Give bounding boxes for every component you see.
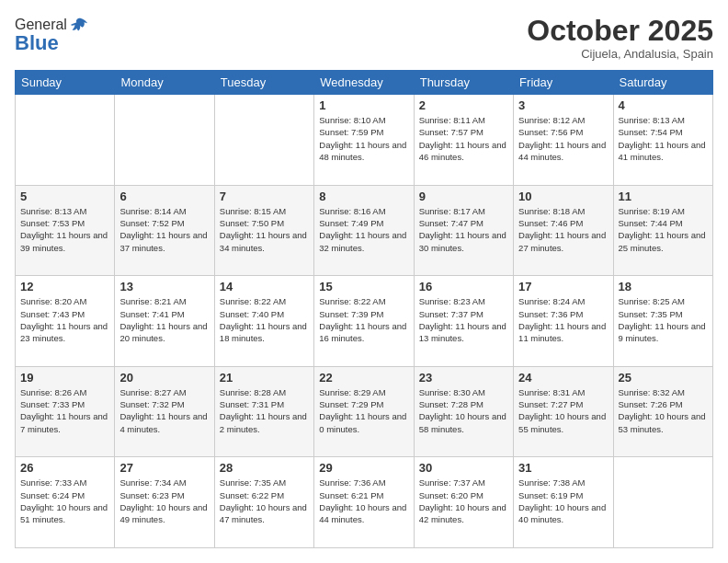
day-number-31: 31: [518, 461, 608, 475]
day-info-23: Sunrise: 8:30 AM Sunset: 7:28 PM Dayligh…: [419, 386, 508, 435]
logo: General Blue: [15, 15, 89, 55]
day-number-28: 28: [220, 461, 309, 475]
day-number-24: 24: [518, 371, 608, 385]
cell-1-4: 9Sunrise: 8:17 AM Sunset: 7:47 PM Daylig…: [414, 185, 513, 276]
day-number-26: 26: [20, 461, 109, 475]
cell-0-6: 4Sunrise: 8:13 AM Sunset: 7:54 PM Daylig…: [613, 95, 712, 186]
day-number-2: 2: [419, 98, 508, 112]
day-info-26: Sunrise: 7:33 AM Sunset: 6:24 PM Dayligh…: [20, 477, 109, 525]
week-row-4: 26Sunrise: 7:33 AM Sunset: 6:24 PM Dayli…: [16, 457, 713, 548]
cell-1-6: 11Sunrise: 8:19 AM Sunset: 7:44 PM Dayli…: [613, 185, 712, 276]
day-info-15: Sunrise: 8:22 AM Sunset: 7:39 PM Dayligh…: [319, 295, 408, 344]
day-number-4: 4: [619, 98, 708, 112]
cell-2-5: 17Sunrise: 8:24 AM Sunset: 7:36 PM Dayli…: [514, 276, 613, 367]
day-number-20: 20: [119, 371, 209, 385]
cell-4-4: 30Sunrise: 7:37 AM Sunset: 6:20 PM Dayli…: [414, 457, 513, 548]
day-number-13: 13: [119, 280, 209, 293]
cell-0-1: [115, 95, 214, 186]
day-info-31: Sunrise: 7:38 AM Sunset: 6:19 PM Dayligh…: [518, 477, 608, 525]
day-number-27: 27: [119, 461, 209, 475]
cell-1-3: 8Sunrise: 8:16 AM Sunset: 7:49 PM Daylig…: [314, 185, 414, 276]
day-info-29: Sunrise: 7:36 AM Sunset: 6:21 PM Dayligh…: [319, 477, 408, 525]
cell-3-4: 23Sunrise: 8:30 AM Sunset: 7:28 PM Dayli…: [414, 366, 513, 457]
day-number-7: 7: [220, 190, 309, 203]
week-row-2: 12Sunrise: 8:20 AM Sunset: 7:43 PM Dayli…: [16, 276, 713, 367]
cell-1-2: 7Sunrise: 8:15 AM Sunset: 7:50 PM Daylig…: [214, 185, 313, 276]
calendar-table: Sunday Monday Tuesday Wednesday Thursday…: [15, 70, 713, 548]
day-number-25: 25: [619, 371, 708, 385]
day-info-28: Sunrise: 7:35 AM Sunset: 6:22 PM Dayligh…: [220, 477, 309, 525]
cell-3-3: 22Sunrise: 8:29 AM Sunset: 7:29 PM Dayli…: [314, 366, 414, 457]
cell-1-1: 6Sunrise: 8:14 AM Sunset: 7:52 PM Daylig…: [115, 185, 214, 276]
day-info-21: Sunrise: 8:28 AM Sunset: 7:31 PM Dayligh…: [220, 386, 309, 435]
cell-2-2: 14Sunrise: 8:22 AM Sunset: 7:40 PM Dayli…: [214, 276, 313, 367]
day-number-30: 30: [419, 461, 508, 475]
cell-3-6: 25Sunrise: 8:32 AM Sunset: 7:26 PM Dayli…: [613, 366, 712, 457]
cell-0-3: 1Sunrise: 8:10 AM Sunset: 7:59 PM Daylig…: [314, 95, 414, 186]
day-number-19: 19: [20, 371, 109, 385]
day-info-12: Sunrise: 8:20 AM Sunset: 7:43 PM Dayligh…: [20, 295, 109, 344]
day-info-20: Sunrise: 8:27 AM Sunset: 7:32 PM Dayligh…: [119, 386, 209, 435]
day-info-1: Sunrise: 8:10 AM Sunset: 7:59 PM Dayligh…: [319, 114, 408, 163]
day-number-23: 23: [419, 371, 508, 385]
cell-4-2: 28Sunrise: 7:35 AM Sunset: 6:22 PM Dayli…: [214, 457, 313, 548]
day-number-17: 17: [518, 280, 608, 293]
day-info-18: Sunrise: 8:25 AM Sunset: 7:35 PM Dayligh…: [619, 295, 708, 344]
day-number-1: 1: [319, 98, 408, 112]
day-info-19: Sunrise: 8:26 AM Sunset: 7:33 PM Dayligh…: [20, 386, 109, 435]
day-number-9: 9: [419, 190, 508, 203]
day-number-12: 12: [20, 280, 109, 293]
day-info-3: Sunrise: 8:12 AM Sunset: 7:56 PM Dayligh…: [518, 114, 608, 163]
day-number-5: 5: [20, 190, 109, 203]
page: General Blue October 2025 Cijuela, Andal…: [0, 0, 728, 563]
day-info-27: Sunrise: 7:34 AM Sunset: 6:23 PM Dayligh…: [119, 477, 209, 525]
header-sunday: Sunday: [16, 71, 115, 95]
cell-0-4: 2Sunrise: 8:11 AM Sunset: 7:57 PM Daylig…: [414, 95, 513, 186]
day-info-24: Sunrise: 8:31 AM Sunset: 7:27 PM Dayligh…: [518, 386, 608, 435]
day-number-8: 8: [319, 190, 408, 203]
cell-4-1: 27Sunrise: 7:34 AM Sunset: 6:23 PM Dayli…: [115, 457, 214, 548]
cell-1-0: 5Sunrise: 8:13 AM Sunset: 7:53 PM Daylig…: [16, 185, 115, 276]
day-number-16: 16: [419, 280, 508, 293]
cell-4-3: 29Sunrise: 7:36 AM Sunset: 6:21 PM Dayli…: [314, 457, 414, 548]
day-info-13: Sunrise: 8:21 AM Sunset: 7:41 PM Dayligh…: [119, 295, 209, 344]
day-number-21: 21: [220, 371, 309, 385]
cell-0-2: [214, 95, 313, 186]
header-tuesday: Tuesday: [214, 71, 313, 95]
day-info-14: Sunrise: 8:22 AM Sunset: 7:40 PM Dayligh…: [220, 295, 309, 344]
cell-2-4: 16Sunrise: 8:23 AM Sunset: 7:37 PM Dayli…: [414, 276, 513, 367]
header-thursday: Thursday: [414, 71, 513, 95]
day-number-10: 10: [518, 190, 608, 203]
header: General Blue October 2025 Cijuela, Andal…: [15, 15, 713, 61]
calendar-body: 1Sunrise: 8:10 AM Sunset: 7:59 PM Daylig…: [16, 95, 713, 548]
day-info-5: Sunrise: 8:13 AM Sunset: 7:53 PM Dayligh…: [20, 205, 109, 254]
day-number-15: 15: [319, 280, 408, 293]
day-info-30: Sunrise: 7:37 AM Sunset: 6:20 PM Dayligh…: [419, 477, 508, 525]
cell-3-5: 24Sunrise: 8:31 AM Sunset: 7:27 PM Dayli…: [514, 366, 613, 457]
month-title: October 2025: [527, 15, 713, 47]
cell-2-3: 15Sunrise: 8:22 AM Sunset: 7:39 PM Dayli…: [314, 276, 414, 367]
cell-3-2: 21Sunrise: 8:28 AM Sunset: 7:31 PM Dayli…: [214, 366, 313, 457]
title-block: October 2025 Cijuela, Andalusia, Spain: [527, 15, 713, 61]
day-number-3: 3: [518, 98, 608, 112]
header-monday: Monday: [115, 71, 214, 95]
day-number-18: 18: [619, 280, 708, 293]
header-wednesday: Wednesday: [314, 71, 414, 95]
day-number-29: 29: [319, 461, 408, 475]
cell-2-6: 18Sunrise: 8:25 AM Sunset: 7:35 PM Dayli…: [613, 276, 712, 367]
day-number-22: 22: [319, 371, 408, 385]
cell-2-0: 12Sunrise: 8:20 AM Sunset: 7:43 PM Dayli…: [16, 276, 115, 367]
cell-3-0: 19Sunrise: 8:26 AM Sunset: 7:33 PM Dayli…: [16, 366, 115, 457]
week-row-1: 5Sunrise: 8:13 AM Sunset: 7:53 PM Daylig…: [16, 185, 713, 276]
day-info-22: Sunrise: 8:29 AM Sunset: 7:29 PM Dayligh…: [319, 386, 408, 435]
day-info-8: Sunrise: 8:16 AM Sunset: 7:49 PM Dayligh…: [319, 205, 408, 254]
cell-1-5: 10Sunrise: 8:18 AM Sunset: 7:46 PM Dayli…: [514, 185, 613, 276]
day-info-2: Sunrise: 8:11 AM Sunset: 7:57 PM Dayligh…: [419, 114, 508, 163]
header-saturday: Saturday: [613, 71, 712, 95]
day-number-14: 14: [220, 280, 309, 293]
weekday-header-row: Sunday Monday Tuesday Wednesday Thursday…: [16, 71, 713, 95]
day-info-25: Sunrise: 8:32 AM Sunset: 7:26 PM Dayligh…: [619, 386, 708, 435]
cell-4-5: 31Sunrise: 7:38 AM Sunset: 6:19 PM Dayli…: [514, 457, 613, 548]
day-number-6: 6: [119, 190, 209, 203]
day-info-16: Sunrise: 8:23 AM Sunset: 7:37 PM Dayligh…: [419, 295, 508, 344]
